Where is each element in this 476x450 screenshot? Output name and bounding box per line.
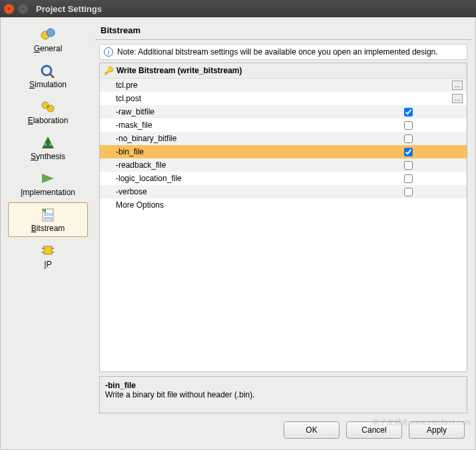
- sidebar-item-general[interactable]: General: [8, 23, 88, 57]
- bitstream-icon: 10100001: [39, 206, 57, 222]
- svg-point-8: [44, 143, 47, 146]
- setting-name: -mask_file: [116, 120, 368, 130]
- elaboration-icon: [39, 99, 57, 114]
- cancel-button[interactable]: Cancel: [346, 421, 402, 439]
- simulation-icon: [39, 63, 57, 79]
- sidebar-item-implementation[interactable]: Implementation: [8, 166, 88, 201]
- svg-marker-10: [42, 174, 54, 183]
- setting-row[interactable]: -readback_file: [100, 158, 467, 172]
- browse-button[interactable]: …: [452, 81, 463, 90]
- setting-checkbox[interactable]: [404, 161, 413, 170]
- dialog-body: GeneralSimulationElaborationSynthesisImp…: [0, 17, 476, 450]
- setting-name: -readback_file: [116, 160, 368, 170]
- group-title: Write Bitstream (write_bitstream): [117, 66, 242, 75]
- setting-checkbox[interactable]: [404, 148, 413, 156]
- minimize-icon[interactable]: –: [18, 4, 28, 14]
- settings-rows: tcl.pre…tcl.post…-raw_bitfile-mask_file-…: [100, 79, 467, 371]
- svg-point-2: [42, 66, 51, 75]
- setting-name: tcl.post: [116, 94, 368, 103]
- description-box: -bin_file Write a binary bit file withou…: [99, 376, 467, 413]
- sidebar-item-label: Simulation: [29, 80, 67, 89]
- setting-row[interactable]: -logic_location_file: [100, 172, 467, 185]
- section-title: Bitstream: [95, 21, 471, 40]
- sidebar-item-synthesis[interactable]: Synthesis: [8, 130, 88, 165]
- setting-checkbox[interactable]: [404, 108, 413, 116]
- window-title: Project Settings: [36, 4, 102, 14]
- svg-rect-15: [44, 246, 52, 254]
- ok-button[interactable]: OK: [284, 421, 340, 439]
- setting-name: -logic_location_file: [116, 174, 368, 183]
- setting-checkbox[interactable]: [404, 121, 413, 130]
- svg-point-1: [47, 29, 55, 37]
- description-body: Write a binary bit file without header (…: [105, 390, 461, 399]
- setting-row[interactable]: More Options: [100, 198, 467, 212]
- setting-row[interactable]: -raw_bitfile: [100, 105, 467, 118]
- note-text: Note: Additional bitstream settings will…: [117, 47, 438, 57]
- sidebar-item-elaboration[interactable]: Elaboration: [8, 95, 88, 129]
- svg-marker-7: [42, 136, 54, 148]
- browse-button[interactable]: …: [452, 94, 463, 103]
- general-icon: [39, 27, 57, 43]
- button-bar: OK Cancel Apply: [95, 417, 471, 445]
- svg-line-3: [50, 74, 54, 78]
- synthesis-icon: [39, 134, 57, 150]
- note-bar: i Note: Additional bitstream settings wi…: [99, 44, 467, 60]
- apply-button[interactable]: Apply: [409, 421, 465, 439]
- sidebar-item-label: IP: [44, 260, 51, 269]
- sidebar-item-bitstream[interactable]: 10100001Bitstream: [8, 202, 88, 237]
- svg-text:0001: 0001: [44, 216, 53, 220]
- sidebar-item-ip[interactable]: IP: [8, 238, 88, 273]
- setting-row[interactable]: -verbose: [100, 185, 467, 198]
- setting-name: -bin_file: [116, 147, 368, 156]
- main-panel: Bitstream i Note: Additional bitstream s…: [95, 17, 475, 449]
- svg-point-9: [49, 143, 52, 146]
- sidebar: GeneralSimulationElaborationSynthesisImp…: [1, 17, 95, 449]
- setting-checkbox[interactable]: [404, 174, 413, 183]
- setting-checkbox[interactable]: [404, 134, 413, 143]
- sidebar-item-label: Bitstream: [31, 224, 65, 233]
- group-header[interactable]: 🔑 Write Bitstream (write_bitstream): [100, 63, 467, 79]
- description-heading: -bin_file: [105, 381, 461, 390]
- svg-point-6: [47, 105, 49, 108]
- setting-name: -no_binary_bitfile: [116, 134, 368, 143]
- settings-panel: 🔑 Write Bitstream (write_bitstream) tcl.…: [99, 63, 467, 372]
- key-icon: 🔑: [104, 66, 114, 75]
- setting-name: -raw_bitfile: [116, 107, 368, 116]
- setting-row[interactable]: tcl.pre…: [100, 79, 467, 92]
- sidebar-item-simulation[interactable]: Simulation: [8, 59, 88, 93]
- setting-row[interactable]: -mask_file: [100, 118, 467, 132]
- ip-icon: [39, 242, 57, 258]
- setting-row[interactable]: -bin_file: [100, 145, 467, 158]
- setting-name: More Options: [116, 200, 368, 210]
- implementation-icon: [39, 170, 57, 186]
- setting-name: tcl.pre: [116, 81, 368, 90]
- sidebar-item-label: Synthesis: [31, 152, 65, 161]
- close-icon[interactable]: ×: [4, 4, 14, 14]
- titlebar: × – Project Settings: [0, 0, 476, 17]
- setting-name: -verbose: [116, 187, 368, 196]
- sidebar-item-label: Elaboration: [28, 116, 69, 125]
- setting-row[interactable]: tcl.post…: [100, 92, 467, 105]
- sidebar-item-label: Implementation: [21, 188, 75, 197]
- info-icon: i: [104, 47, 113, 57]
- sidebar-item-label: General: [34, 44, 63, 53]
- setting-row[interactable]: -no_binary_bitfile: [100, 132, 467, 145]
- setting-checkbox[interactable]: [404, 188, 413, 196]
